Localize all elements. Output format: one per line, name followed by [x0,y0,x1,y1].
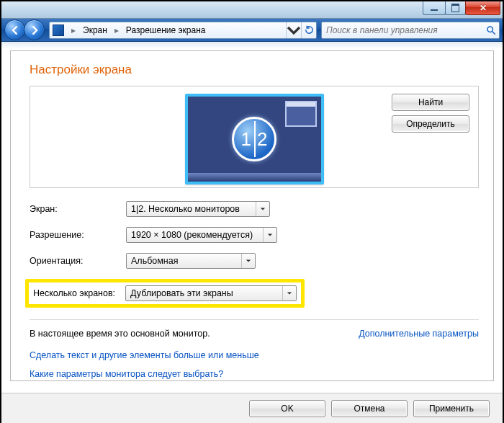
nav-forward-button[interactable] [24,19,45,40]
orientation-select[interactable]: Альбомная [126,253,256,269]
refresh-button[interactable] [301,22,316,38]
display-id-badge: 1 2 [232,117,276,161]
ok-button[interactable]: OK [249,400,325,417]
chevron-down-icon [282,286,296,300]
preview-window-icon [285,101,317,127]
address-bar[interactable]: ▸ Экран ▸ Разрешение экрана [49,22,317,39]
nav-bar: ▸ Экран ▸ Разрешение экрана [1,19,503,42]
chevron-right-icon: ▸ [67,22,80,38]
monitor-preview[interactable]: 1 2 [185,94,324,184]
close-button[interactable]: ✕ [465,1,500,15]
nav-back-button[interactable] [4,19,25,40]
resolution-select-value: 1920 × 1080 (рекомендуется) [131,230,253,240]
separator [30,319,479,320]
search-input[interactable] [322,25,483,35]
identify-button[interactable]: Найти [392,94,469,111]
cancel-button[interactable]: Отмена [331,400,408,417]
multi-display-select[interactable]: Дублировать эти экраны [125,285,297,301]
page-title: Настройки экрана [30,63,479,77]
maximize-button[interactable] [445,1,466,15]
chevron-down-icon [256,202,269,216]
advanced-settings-link[interactable]: Дополнительные параметры [359,329,479,339]
address-dropdown-button[interactable] [286,22,301,38]
orientation-select-value: Альбомная [131,256,178,266]
breadcrumb-segment[interactable]: Экран [80,22,110,38]
display-label: Экран: [30,204,126,214]
resolution-select[interactable]: 1920 × 1080 (рекомендуется) [126,227,277,243]
content-panel: Настройки экрана 1 2 Найти Определить [10,50,494,381]
search-icon[interactable] [483,25,499,35]
detect-button[interactable]: Определить [392,115,469,133]
text-size-link[interactable]: Сделать текст и другие элементы больше и… [30,346,479,365]
window: ✕ ▸ Экран ▸ Разрешение экрана [0,0,504,423]
dialog-button-bar: OK Отмена Применить [1,393,503,423]
multi-display-label: Несколько экранов: [33,288,125,298]
display-select[interactable]: 1|2. Несколько мониторов [126,201,270,217]
highlighted-setting: Несколько экранов: Дублировать эти экран… [25,279,305,308]
chevron-down-icon [263,228,276,242]
resolution-label: Разрешение: [30,230,126,240]
apply-button[interactable]: Применить [413,400,490,417]
minimize-button[interactable] [423,1,446,15]
titlebar: ✕ [1,1,503,19]
which-settings-link[interactable]: Какие параметры монитора следует выбрать… [30,365,479,381]
display-id-1: 1 [238,128,254,151]
chevron-right-icon: ▸ [110,22,123,38]
display-select-value: 1|2. Несколько мониторов [131,204,240,214]
search-box[interactable] [321,22,500,39]
orientation-label: Ориентация: [30,256,126,266]
primary-monitor-status: В настоящее время это основной монитор. [30,329,210,339]
display-id-2: 2 [254,128,270,151]
breadcrumb-segment[interactable]: Разрешение экрана [123,22,209,38]
multi-display-select-value: Дублировать эти экраны [130,288,233,298]
chevron-down-icon [241,254,255,268]
control-panel-icon [53,25,64,36]
display-preview: 1 2 Найти Определить [30,86,479,188]
